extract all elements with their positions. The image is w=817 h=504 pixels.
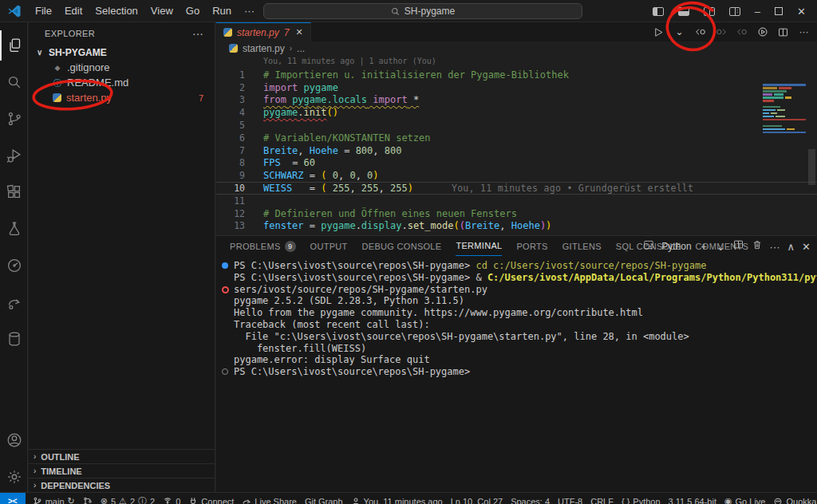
- command-center-search[interactable]: SH-pygame: [263, 3, 582, 19]
- code-line-5[interactable]: 5: [216, 119, 817, 132]
- code-line-7[interactable]: 7Breite, Hoehe = 800, 800: [216, 144, 817, 157]
- kill-terminal-button[interactable]: [752, 239, 763, 254]
- settings-icon[interactable]: [0, 462, 28, 492]
- code-line-4[interactable]: 4pygame.init(): [216, 106, 817, 119]
- code-line-13[interactable]: 13fenster = pygame.display.set_mode((Bre…: [216, 220, 817, 233]
- maximize-panel-button[interactable]: ∧: [787, 239, 795, 254]
- explorer-more-actions-icon[interactable]: ···: [192, 27, 203, 40]
- file-item-readme-md[interactable]: ⓘREADME.md: [29, 75, 215, 90]
- menu-run[interactable]: Run: [206, 3, 238, 18]
- maximize-button[interactable]: [775, 7, 783, 15]
- more-actions-button[interactable]: ···: [770, 239, 780, 254]
- tab-starten-py[interactable]: starten.py 7 ✕: [216, 22, 311, 41]
- line-number: 1: [216, 69, 256, 81]
- breadcrumb-more[interactable]: ...: [297, 43, 305, 54]
- file-item-starten-py[interactable]: starten.py7: [29, 90, 215, 105]
- breadcrumb-file[interactable]: starten.py: [243, 43, 285, 54]
- status-encoding[interactable]: UTF-8: [554, 493, 586, 504]
- editor-scrollbar[interactable]: [808, 149, 815, 185]
- close-tab-icon[interactable]: ✕: [295, 27, 302, 37]
- menu-moremoremore[interactable]: ···: [238, 3, 261, 18]
- menu-go[interactable]: Go: [180, 3, 206, 18]
- status-cursor-position[interactable]: Ln 10, Col 27: [447, 493, 507, 504]
- status-remote[interactable]: ><: [0, 493, 26, 504]
- terminal-shell-label[interactable]: Python: [661, 241, 691, 252]
- tree-root-folder[interactable]: ∨ SH-PYGAME: [29, 45, 215, 60]
- code-line-8[interactable]: 8FPS = 60: [216, 157, 817, 170]
- code-line-3[interactable]: 3from pygame.locals import *: [216, 94, 817, 107]
- terminal-dropdown[interactable]: ⌄: [716, 239, 725, 254]
- live-share-icon[interactable]: [0, 287, 28, 317]
- extensions-icon[interactable]: [0, 177, 28, 207]
- status-go-live[interactable]: ◉Go Live: [720, 493, 770, 504]
- file-item--gitignore[interactable]: ◆.gitignore: [29, 60, 215, 75]
- previous-change-button[interactable]: [712, 24, 729, 41]
- run-button[interactable]: [650, 24, 667, 41]
- run-dropdown[interactable]: ⌄: [671, 24, 688, 41]
- code-line-2[interactable]: 2import pygame: [216, 81, 817, 94]
- terminal-line-9: pygame.error: display Surface quit: [216, 354, 817, 366]
- menu-edit[interactable]: Edit: [58, 3, 89, 18]
- minimize-button[interactable]: –: [755, 6, 760, 18]
- code-line-6[interactable]: 6# Variablen/KONSTANTEN setzen: [216, 132, 817, 144]
- code-editor[interactable]: You, 11 minutes ago | 1 author (You) 1# …: [216, 55, 817, 235]
- code-line-1[interactable]: 1# Importieren u. initialisieren der Pyg…: [216, 69, 817, 81]
- status-interpreter[interactable]: 3.11.5 64-bit: [665, 493, 720, 504]
- menu-file[interactable]: File: [29, 3, 58, 18]
- terminal-line-5: Hello from the pygame community. https:/…: [216, 307, 817, 319]
- terminal-output[interactable]: PS C:\Users\ivost\source\repos\SH-pygame…: [216, 260, 817, 492]
- minimap-row: [763, 128, 806, 131]
- panel-tab-problems[interactable]: PROBLEMS9: [230, 236, 296, 256]
- next-change-button[interactable]: [733, 24, 750, 41]
- source-control-icon[interactable]: [0, 104, 28, 134]
- status-indentation[interactable]: Spaces: 4: [507, 493, 554, 504]
- account-icon[interactable]: [0, 425, 28, 455]
- section-outline[interactable]: ›OUTLINE: [29, 449, 215, 463]
- status-language[interactable]: { }Python: [618, 493, 665, 504]
- customize-layout-icon[interactable]: ∘∘: [729, 7, 740, 16]
- status-file-blame[interactable]: You, 11 minutes ago: [347, 493, 447, 504]
- status-ports[interactable]: 0: [159, 493, 184, 504]
- open-changes-button[interactable]: [692, 24, 708, 41]
- testing-icon[interactable]: [0, 214, 28, 244]
- toggle-panel-icon[interactable]: [678, 7, 689, 16]
- status-live-share[interactable]: Live Share: [238, 493, 301, 504]
- code-line-10[interactable]: 10WEISS = ( 255, 255, 255)You, 11 minute…: [216, 182, 817, 195]
- status-quokka[interactable]: Quokka: [769, 493, 817, 504]
- file-problems-badge: 7: [199, 93, 203, 103]
- panel-tab-debug-console[interactable]: DEBUG CONSOLE: [362, 236, 442, 256]
- database-icon[interactable]: [0, 324, 28, 354]
- status-git-graph[interactable]: Git Graph: [301, 493, 347, 504]
- toggle-secondary-sidebar-icon[interactable]: [704, 7, 715, 16]
- section-timeline[interactable]: ›TIMELINE: [29, 463, 215, 478]
- run-debug-icon[interactable]: [0, 140, 28, 171]
- status-connect[interactable]: Connect: [184, 493, 238, 504]
- split-editor-button[interactable]: [775, 24, 791, 41]
- menu-view[interactable]: View: [144, 3, 180, 18]
- status-graph[interactable]: [79, 493, 97, 504]
- code-line-12[interactable]: 12# Definieren und Öffnen eines neuen Fe…: [216, 207, 817, 220]
- status-branch[interactable]: main↻: [29, 493, 79, 504]
- close-window-button[interactable]: ✕: [797, 6, 806, 18]
- status-problems[interactable]: ⊗5⚠2ⓘ2: [97, 493, 159, 504]
- breadcrumb[interactable]: starten.py › ...: [216, 41, 817, 55]
- panel-tab-ports[interactable]: PORTS: [516, 236, 547, 256]
- code-line-9[interactable]: 9SCHWARZ = ( 0, 0, 0): [216, 169, 817, 182]
- more-actions-button[interactable]: ···: [795, 24, 812, 41]
- code-line-11[interactable]: 11: [216, 195, 817, 207]
- panel-tab-terminal[interactable]: TERMINAL: [456, 236, 502, 256]
- gitlens-icon[interactable]: [0, 250, 28, 281]
- toggle-sidebar-icon[interactable]: [653, 7, 664, 16]
- compare-with-button[interactable]: [754, 24, 771, 41]
- new-terminal-button[interactable]: ＋: [699, 238, 709, 254]
- explorer-icon[interactable]: [0, 30, 28, 61]
- split-terminal-button[interactable]: [732, 238, 744, 254]
- panel-tab-output[interactable]: OUTPUT: [310, 236, 348, 256]
- close-panel-button[interactable]: ✕: [802, 239, 811, 254]
- section-dependencies[interactable]: ›DEPENDENCIES: [29, 478, 215, 492]
- search-icon[interactable]: [0, 67, 28, 97]
- menu-selection[interactable]: Selection: [89, 3, 144, 18]
- status-eol[interactable]: CRLF: [586, 493, 618, 504]
- panel-tab-gitlens[interactable]: GITLENS: [562, 236, 602, 256]
- minimap[interactable]: [763, 84, 806, 141]
